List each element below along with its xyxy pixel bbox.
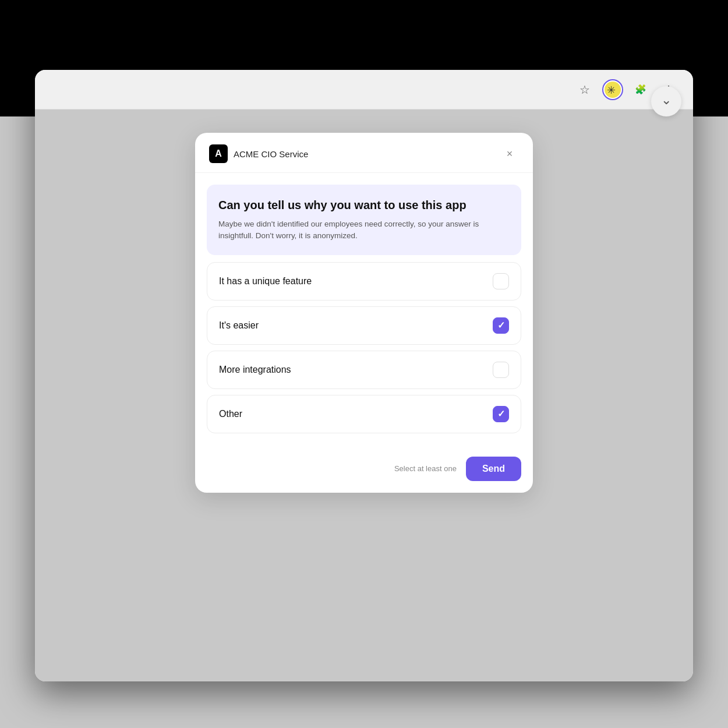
options-list: It has a unique feature It's easier More… bbox=[207, 262, 521, 433]
question-subtitle: Maybe we didn't identified our employees… bbox=[218, 218, 510, 242]
modal-header: A ACME CIO Service × bbox=[195, 133, 533, 173]
option-easier-checkbox[interactable] bbox=[493, 317, 509, 334]
browser-content: A ACME CIO Service × Can you tell us why… bbox=[35, 109, 693, 681]
option-integrations-checkbox[interactable] bbox=[493, 362, 509, 378]
option-other[interactable]: Other bbox=[207, 395, 521, 433]
question-card: Can you tell us why you want to use this… bbox=[207, 185, 521, 255]
option-integrations-label: More integrations bbox=[219, 365, 291, 375]
brand-logo: A bbox=[209, 144, 228, 163]
close-button[interactable]: × bbox=[500, 144, 519, 163]
openai-icon-button[interactable] bbox=[602, 79, 623, 100]
footer-hint: Select at least one bbox=[394, 464, 457, 473]
option-easier-label: It's easier bbox=[219, 320, 259, 331]
option-unique[interactable]: It has a unique feature bbox=[207, 262, 521, 301]
modal-body: Can you tell us why you want to use this… bbox=[195, 173, 533, 452]
star-icon[interactable] bbox=[574, 79, 595, 100]
option-easier[interactable]: It's easier bbox=[207, 306, 521, 345]
option-other-label: Other bbox=[219, 409, 242, 419]
question-title: Can you tell us why you want to use this… bbox=[218, 197, 510, 213]
browser-window: A ACME CIO Service × Can you tell us why… bbox=[35, 70, 693, 681]
chevron-button[interactable] bbox=[651, 86, 681, 116]
send-button[interactable]: Send bbox=[466, 457, 521, 481]
option-other-checkbox[interactable] bbox=[493, 406, 509, 422]
openai-inner bbox=[605, 82, 621, 98]
option-unique-checkbox[interactable] bbox=[493, 273, 509, 289]
option-integrations[interactable]: More integrations bbox=[207, 351, 521, 389]
browser-toolbar bbox=[35, 70, 693, 109]
brand-name: ACME CIO Service bbox=[234, 149, 308, 159]
option-unique-label: It has a unique feature bbox=[219, 276, 312, 287]
modal-footer: Select at least one Send bbox=[195, 452, 533, 493]
feedback-modal: A ACME CIO Service × Can you tell us why… bbox=[195, 133, 533, 493]
extensions-icon[interactable] bbox=[630, 79, 651, 100]
modal-brand: A ACME CIO Service bbox=[209, 144, 308, 163]
